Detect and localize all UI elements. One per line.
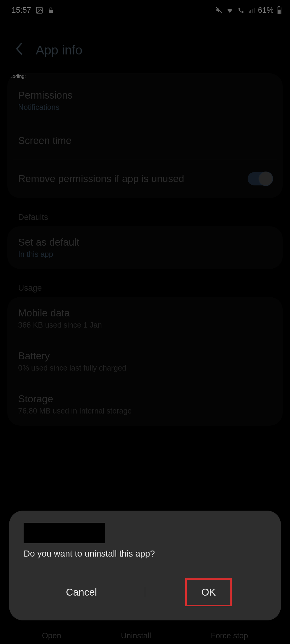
back-icon[interactable] (15, 42, 23, 58)
remove-permissions-item[interactable]: Remove permissions if app is unused (7, 159, 283, 198)
wifi-icon (226, 7, 234, 14)
storage-item[interactable]: Storage 76.80 MB used in Internal storag… (7, 383, 283, 426)
svg-rect-6 (252, 9, 253, 13)
status-bar: 15:57 61% (0, 0, 290, 18)
uninstall-button[interactable]: Uninstall (121, 631, 151, 640)
screen-time-title: Screen time (18, 135, 272, 146)
defaults-section-label: Defaults (0, 206, 290, 226)
svg-rect-7 (254, 8, 255, 13)
svg-rect-5 (250, 10, 251, 13)
svg-rect-2 (49, 10, 53, 13)
status-time: 15:57 (12, 5, 31, 15)
remove-permissions-toggle[interactable] (248, 172, 272, 185)
mobile-data-title: Mobile data (18, 307, 272, 319)
battery-item[interactable]: Battery 0% used since last fully charged (7, 340, 283, 383)
battery-title: Battery (18, 350, 272, 362)
signal-icon (248, 7, 255, 14)
cancel-button[interactable]: Cancel (18, 580, 145, 605)
permissions-title: Permissions (18, 90, 272, 101)
permissions-subtitle: Notifications (18, 103, 272, 112)
uninstall-dialog: Do you want to uninstall this app? Cance… (9, 511, 281, 620)
mute-icon (216, 7, 223, 14)
lock-icon (48, 7, 54, 14)
svg-rect-9 (278, 6, 280, 7)
svg-rect-4 (249, 11, 250, 13)
storage-subtitle: 76.80 MB used in Internal storage (18, 407, 272, 415)
header: App info (0, 18, 290, 74)
set-default-subtitle: In this app (18, 250, 272, 259)
ok-button-container: OK (145, 573, 272, 611)
storage-title: Storage (18, 393, 272, 405)
battery-subtitle: 0% used since last fully charged (18, 364, 272, 372)
settings-card: padding: Permissions Notifications Scree… (7, 74, 283, 198)
remove-permissions-title: Remove permissions if app is unused (18, 173, 248, 185)
svg-rect-10 (278, 9, 281, 14)
permissions-item[interactable]: Permissions Notifications (7, 79, 283, 122)
mobile-data-subtitle: 366 KB used since 1 Jan (18, 321, 272, 329)
bottom-action-bar: Open Uninstall Force stop (0, 622, 290, 644)
image-icon (35, 6, 43, 14)
screen-time-item[interactable]: Screen time (7, 122, 283, 159)
usage-card: Mobile data 366 KB used since 1 Jan Batt… (7, 297, 283, 426)
usage-section-label: Usage (0, 277, 290, 297)
ok-button[interactable]: OK (185, 578, 232, 606)
battery-percent: 61% (258, 5, 274, 15)
battery-icon (277, 6, 282, 14)
set-default-title: Set as default (18, 237, 272, 248)
wifi-calling-icon (237, 7, 245, 14)
svg-point-1 (38, 8, 39, 9)
dialog-app-name-redacted (24, 523, 105, 543)
set-default-item[interactable]: Set as default In this app (7, 226, 283, 269)
page-title: App info (36, 43, 82, 57)
defaults-card: Set as default In this app (7, 226, 283, 269)
force-stop-button[interactable]: Force stop (211, 631, 248, 640)
dialog-message: Do you want to uninstall this app? (9, 549, 281, 573)
open-button[interactable]: Open (42, 631, 61, 640)
mobile-data-item[interactable]: Mobile data 366 KB used since 1 Jan (7, 297, 283, 340)
